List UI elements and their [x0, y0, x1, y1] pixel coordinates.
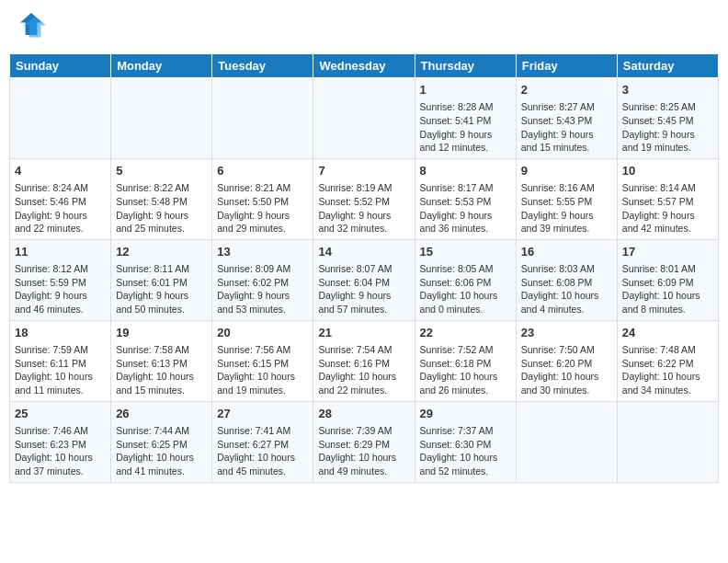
cell-content-line: Sunset: 6:29 PM: [318, 438, 409, 452]
cell-content-line: Daylight: 9 hours: [15, 209, 106, 223]
cell-content-line: Sunset: 5:48 PM: [116, 195, 207, 209]
cell-content-line: Sunset: 5:57 PM: [622, 195, 713, 209]
calendar-cell: 8Sunrise: 8:17 AMSunset: 5:53 PMDaylight…: [415, 158, 516, 239]
calendar-cell: [212, 78, 313, 159]
cell-content-line: Daylight: 10 hours: [318, 370, 409, 384]
cell-content-line: Sunset: 5:41 PM: [420, 114, 511, 128]
cell-content-line: Sunrise: 7:41 AM: [217, 424, 308, 438]
cell-content-line: and 36 minutes.: [420, 222, 511, 236]
days-of-week-row: SundayMondayTuesdayWednesdayThursdayFrid…: [10, 54, 719, 78]
day-number: 21: [318, 325, 409, 341]
cell-content-line: and 45 minutes.: [217, 465, 308, 478]
dow-header: Sunday: [10, 54, 111, 78]
cell-content-line: and 49 minutes.: [318, 465, 409, 478]
cell-content-line: Sunset: 6:18 PM: [420, 357, 511, 371]
cell-content-line: Daylight: 9 hours: [318, 289, 409, 303]
calendar-week-row: 1Sunrise: 8:28 AMSunset: 5:41 PMDaylight…: [10, 78, 719, 159]
dow-header: Thursday: [415, 54, 516, 78]
calendar-cell: 4Sunrise: 8:24 AMSunset: 5:46 PMDaylight…: [10, 158, 111, 239]
cell-content-line: Sunset: 5:43 PM: [521, 114, 612, 128]
cell-content-line: Sunrise: 8:07 AM: [318, 262, 409, 276]
calendar-cell: 16Sunrise: 8:03 AMSunset: 6:08 PMDayligh…: [516, 239, 617, 320]
cell-content-line: Daylight: 9 hours: [318, 209, 409, 223]
cell-content-line: and 46 minutes.: [15, 303, 106, 316]
calendar-cell: 18Sunrise: 7:59 AMSunset: 6:11 PMDayligh…: [10, 320, 111, 401]
cell-content-line: Daylight: 10 hours: [116, 370, 207, 384]
day-number: 9: [521, 163, 612, 179]
cell-content-line: Sunrise: 8:25 AM: [622, 100, 713, 114]
day-number: 13: [217, 244, 308, 260]
cell-content-line: Sunset: 5:46 PM: [15, 195, 106, 209]
cell-content-line: Daylight: 9 hours: [521, 209, 612, 223]
calendar-cell: 7Sunrise: 8:19 AMSunset: 5:52 PMDaylight…: [313, 158, 415, 239]
day-number: 25: [15, 406, 106, 422]
day-number: 17: [622, 244, 713, 260]
cell-content-line: and 22 minutes.: [318, 384, 409, 397]
calendar-cell: 13Sunrise: 8:09 AMSunset: 6:02 PMDayligh…: [212, 239, 313, 320]
cell-content-line: Daylight: 10 hours: [420, 451, 511, 465]
cell-content-line: Daylight: 10 hours: [622, 289, 713, 303]
cell-content-line: Sunrise: 7:54 AM: [318, 343, 409, 357]
cell-content-line: Sunrise: 7:56 AM: [217, 343, 308, 357]
cell-content-line: and 8 minutes.: [622, 303, 713, 316]
cell-content-line: Sunrise: 8:11 AM: [116, 262, 207, 276]
cell-content-line: Sunset: 6:15 PM: [217, 357, 308, 371]
day-number: 2: [521, 82, 612, 98]
cell-content-line: Sunset: 5:59 PM: [15, 276, 106, 290]
cell-content-line: Sunset: 6:16 PM: [318, 357, 409, 371]
cell-content-line: Sunset: 6:23 PM: [15, 438, 106, 452]
calendar-cell: 25Sunrise: 7:46 AMSunset: 6:23 PMDayligh…: [10, 401, 111, 482]
cell-content-line: Sunrise: 7:48 AM: [622, 343, 713, 357]
dow-header: Tuesday: [212, 54, 313, 78]
calendar-cell: 22Sunrise: 7:52 AMSunset: 6:18 PMDayligh…: [415, 320, 516, 401]
cell-content-line: Daylight: 10 hours: [217, 451, 308, 465]
cell-content-line: Sunrise: 7:46 AM: [15, 424, 106, 438]
cell-content-line: Daylight: 9 hours: [420, 209, 511, 223]
dow-header: Friday: [516, 54, 617, 78]
calendar-week-row: 11Sunrise: 8:12 AMSunset: 5:59 PMDayligh…: [10, 239, 719, 320]
calendar-cell: 15Sunrise: 8:05 AMSunset: 6:06 PMDayligh…: [415, 239, 516, 320]
cell-content-line: Sunrise: 7:39 AM: [318, 424, 409, 438]
cell-content-line: and 30 minutes.: [521, 384, 612, 397]
day-number: 14: [318, 244, 409, 260]
calendar-cell: 19Sunrise: 7:58 AMSunset: 6:13 PMDayligh…: [111, 320, 212, 401]
cell-content-line: Sunrise: 8:27 AM: [521, 100, 612, 114]
cell-content-line: Sunset: 6:27 PM: [217, 438, 308, 452]
cell-content-line: Daylight: 9 hours: [217, 289, 308, 303]
cell-content-line: Sunrise: 8:19 AM: [318, 181, 409, 195]
cell-content-line: Daylight: 9 hours: [622, 209, 713, 223]
calendar-cell: 5Sunrise: 8:22 AMSunset: 5:48 PMDaylight…: [111, 158, 212, 239]
calendar-cell: 29Sunrise: 7:37 AMSunset: 6:30 PMDayligh…: [415, 401, 516, 482]
cell-content-line: and 32 minutes.: [318, 222, 409, 236]
logo-icon: [9, 9, 46, 46]
cell-content-line: and 29 minutes.: [217, 222, 308, 236]
cell-content-line: Sunset: 6:25 PM: [116, 438, 207, 452]
cell-content-line: and 26 minutes.: [420, 384, 511, 397]
day-number: 10: [622, 163, 713, 179]
cell-content-line: Sunset: 6:30 PM: [420, 438, 511, 452]
calendar-cell: 11Sunrise: 8:12 AMSunset: 5:59 PMDayligh…: [10, 239, 111, 320]
day-number: 11: [15, 244, 106, 260]
cell-content-line: Sunset: 6:20 PM: [521, 357, 612, 371]
cell-content-line: and 41 minutes.: [116, 465, 207, 478]
calendar-cell: 23Sunrise: 7:50 AMSunset: 6:20 PMDayligh…: [516, 320, 617, 401]
calendar-body: 1Sunrise: 8:28 AMSunset: 5:41 PMDaylight…: [10, 78, 719, 483]
calendar-cell: 24Sunrise: 7:48 AMSunset: 6:22 PMDayligh…: [617, 320, 718, 401]
cell-content-line: Sunrise: 8:22 AM: [116, 181, 207, 195]
calendar-cell: 20Sunrise: 7:56 AMSunset: 6:15 PMDayligh…: [212, 320, 313, 401]
cell-content-line: Sunrise: 7:58 AM: [116, 343, 207, 357]
cell-content-line: Sunrise: 8:16 AM: [521, 181, 612, 195]
cell-content-line: and 4 minutes.: [521, 303, 612, 316]
cell-content-line: Daylight: 10 hours: [521, 370, 612, 384]
calendar-cell: [313, 78, 415, 159]
dow-header: Monday: [111, 54, 212, 78]
cell-content-line: and 25 minutes.: [116, 222, 207, 236]
cell-content-line: Daylight: 9 hours: [116, 209, 207, 223]
day-number: 19: [116, 325, 207, 341]
cell-content-line: Sunrise: 7:52 AM: [420, 343, 511, 357]
cell-content-line: Sunrise: 8:28 AM: [420, 100, 511, 114]
cell-content-line: Sunrise: 8:01 AM: [622, 262, 713, 276]
cell-content-line: Daylight: 10 hours: [622, 370, 713, 384]
cell-content-line: and 57 minutes.: [318, 303, 409, 316]
cell-content-line: and 15 minutes.: [116, 384, 207, 397]
